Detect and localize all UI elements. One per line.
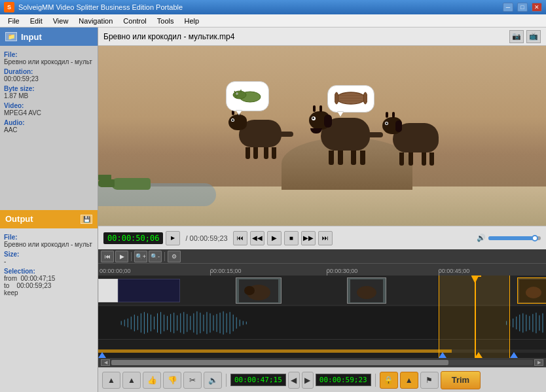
ruler-mark-2: 00:00:30;00 (327, 268, 358, 274)
out-keep-label: keep (4, 289, 94, 296)
timeline-scroll[interactable]: ◀ ▶ (98, 358, 546, 367)
total-time-display: / 00:00:59;23 (185, 234, 227, 242)
start-time-input[interactable]: 00:00:47;15 (230, 374, 286, 386)
file-label: File: (4, 51, 94, 58)
separator-1 (226, 374, 227, 387)
playhead[interactable] (475, 276, 476, 358)
forward-button[interactable]: ▶▶ (301, 231, 316, 245)
volume-slider[interactable] (488, 236, 541, 240)
start-time-prev-btn[interactable]: ◀ (288, 372, 300, 389)
right-area: Бревно или крокодил - мультик.mp4 📷 📺 (98, 27, 546, 392)
bytesize-value: 1.87 MB (4, 92, 94, 99)
lock-btn[interactable]: 🔒 (380, 372, 398, 389)
bottom-controls: ▲ ▲ 👍 👎 ✂ 🔈 00:00:47;15 ◀ ▶ 00:00:59;23 … (98, 367, 546, 392)
thumb-1 (236, 277, 282, 304)
minimize-button[interactable]: ─ (503, 3, 513, 12)
input-panel-content: File: Бревно или крокодил - мульт Durati… (0, 46, 98, 210)
start-time-next-btn[interactable]: ▶ (302, 372, 314, 389)
menu-help[interactable]: Help (179, 16, 205, 26)
ruler-mark-1: 00:00:15;00 (210, 268, 242, 274)
video-value: MPEG4 AVC (4, 109, 94, 116)
window-title: SolveigMM Video Splitter Business Editio… (18, 3, 499, 11)
white-block (98, 279, 118, 302)
crocodile (111, 178, 151, 190)
out-file-value: Бревно или крокодил - мульт (4, 241, 94, 248)
svg-point-14 (244, 286, 255, 295)
croc-head (98, 179, 115, 187)
input-label: Input (21, 32, 42, 42)
prev-frame-button[interactable]: ⏮ (233, 231, 247, 245)
toolbar-separator-2 (164, 252, 165, 261)
tl-zoom-out[interactable]: 🔍- (149, 251, 162, 262)
croc-body (111, 178, 151, 190)
flag-btn[interactable]: ⚑ (420, 372, 439, 389)
rewind-button[interactable]: ◀◀ (250, 231, 264, 245)
play-arrow-btn[interactable]: ▶ (166, 231, 180, 245)
input-panel-header: 📁 Input (0, 27, 98, 46)
file-value: Бревно или крокодил - мульт (4, 58, 94, 65)
out-file-label: File: (4, 234, 94, 241)
scroll-left-btn[interactable]: ◀ (101, 359, 110, 366)
audio-btn[interactable]: 🔈 (204, 372, 222, 389)
thumb-3 (517, 277, 546, 304)
tl-goto-start[interactable]: ⏮ (101, 251, 114, 262)
volume-icon: 🔊 (477, 234, 486, 242)
trim-button[interactable]: Trim (441, 371, 481, 389)
screenshot-button[interactable]: 📷 (509, 30, 524, 43)
menu-edit[interactable]: Edit (25, 16, 48, 26)
tl-settings[interactable]: ⚙ (168, 251, 181, 262)
start-marker-left (98, 352, 106, 358)
svg-point-18 (526, 287, 541, 298)
marker-prev2-btn[interactable]: ▲ (122, 372, 141, 389)
tracks[interactable] (98, 276, 546, 358)
next-frame-button[interactable]: ⏭ (318, 231, 333, 245)
out-from-label: from 00:00:47;15 (4, 275, 94, 282)
monitor-button[interactable]: 📺 (526, 30, 541, 43)
title-bar: S SolveigMM Video Splitter Business Edit… (0, 0, 546, 14)
audio-value: AAC (4, 126, 94, 134)
scroll-right-btn[interactable]: ▶ (534, 359, 543, 366)
play-button[interactable]: ▶ (267, 231, 282, 245)
video-label: Video: (4, 102, 94, 109)
menu-navigation[interactable]: Navigation (73, 16, 118, 26)
tl-zoom-in[interactable]: 🔍+ (134, 251, 147, 262)
output-panel-content: File: Бревно или крокодил - мульт Size: … (0, 228, 98, 393)
svg-point-16 (357, 286, 376, 299)
dark-block (118, 279, 180, 302)
wildebeest-right (321, 118, 370, 151)
scroll-track[interactable] (111, 360, 533, 365)
input-folder-icon[interactable]: 📁 (5, 32, 17, 41)
thumb-down-btn[interactable]: 👎 (163, 372, 181, 389)
menu-bar: File Edit View Navigation Control Tools … (0, 14, 546, 27)
audio-label: Audio: (4, 119, 94, 126)
speech-bubble-log (327, 85, 374, 113)
tl-play[interactable]: ▶ (115, 251, 128, 262)
close-button[interactable]: ✕ (532, 3, 542, 12)
marker-prev-btn[interactable]: ▲ (102, 372, 120, 389)
wildebeest-far (393, 123, 439, 152)
ruler-mark-3: 00:00:45;00 (439, 268, 470, 274)
end-time-input[interactable]: 00:00:59;23 (316, 374, 371, 386)
thumb-2 (347, 277, 386, 304)
video-preview[interactable] (98, 46, 546, 226)
menu-tools[interactable]: Tools (152, 16, 179, 26)
output-save-icon[interactable]: 💾 (81, 215, 92, 224)
thumb-up-btn[interactable]: 👍 (143, 372, 161, 389)
app-icon: S (4, 2, 14, 12)
wildebeest-left (239, 120, 282, 147)
menu-control[interactable]: Control (118, 16, 151, 26)
toolbar-separator (131, 252, 132, 261)
separator-2 (375, 374, 376, 387)
duration-value: 00:00:59;23 (4, 75, 94, 82)
menu-view[interactable]: View (48, 16, 74, 26)
svg-point-8 (363, 92, 367, 104)
scroll-thumb (111, 360, 448, 365)
arrow-up-btn[interactable]: ▲ (400, 372, 418, 389)
video-controls: 00:00:50;06 ▶ / 00:00:59;23 ⏮ ◀◀ ▶ ■ ▶▶ … (98, 226, 546, 249)
scissors-btn[interactable]: ✂ (183, 372, 202, 389)
ruler-mark-0: 00:00:00;00 (100, 268, 131, 274)
svg-point-7 (335, 92, 338, 104)
stop-button[interactable]: ■ (284, 231, 299, 245)
menu-file[interactable]: File (3, 16, 25, 26)
maximize-button[interactable]: □ (517, 3, 528, 12)
